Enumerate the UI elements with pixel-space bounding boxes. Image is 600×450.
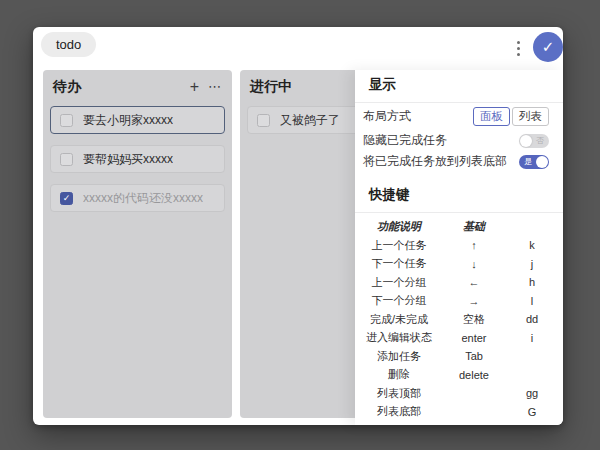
shortcut-row: 进入编辑状态 enter i bbox=[357, 329, 557, 348]
shortcut-name: 列表顶部 bbox=[357, 386, 441, 401]
toggle-state-label: 是 bbox=[524, 155, 532, 169]
task-card[interactable]: 要帮妈妈买xxxxx bbox=[50, 145, 225, 173]
task-text: 要帮妈妈买xxxxx bbox=[83, 151, 173, 168]
confirm-button[interactable]: ✓ bbox=[533, 32, 563, 62]
shortcut-row: 下一个任务 ↓ j bbox=[357, 255, 557, 274]
shortcut-vim-key: dd bbox=[507, 313, 557, 325]
shortcut-row: 列表顶部 gg bbox=[357, 384, 557, 403]
shortcut-name: 下一个任务 bbox=[357, 256, 441, 271]
task-text: xxxxx的代码还没xxxxx bbox=[83, 190, 203, 207]
add-task-icon[interactable]: + bbox=[190, 80, 199, 94]
shortcut-row: 下一个分组 → l bbox=[357, 292, 557, 311]
shortcut-row: 完成/未完成 空格 dd bbox=[357, 310, 557, 329]
shortcut-basic-key: → bbox=[441, 295, 507, 307]
shortcut-vim-key: j bbox=[507, 258, 557, 270]
shortcut-basic-key: ↑ bbox=[441, 239, 507, 251]
app-title: todo bbox=[41, 32, 96, 57]
shortcut-name: 上一个任务 bbox=[357, 238, 441, 253]
checkbox-unchecked-icon[interactable] bbox=[60, 114, 73, 127]
header-function: 功能说明 bbox=[357, 219, 441, 234]
layout-option-list[interactable]: 列表 bbox=[512, 107, 549, 126]
shortcut-vim-key: h bbox=[507, 276, 557, 288]
toggle-knob bbox=[536, 156, 548, 168]
completed-to-bottom-row: 将已完成任务放到列表底部 是 bbox=[355, 151, 563, 172]
hide-completed-label: 隐藏已完成任务 bbox=[363, 132, 519, 149]
shortcut-vim-key: l bbox=[507, 295, 557, 307]
more-options-icon[interactable]: ⋯ bbox=[208, 80, 222, 94]
settings-panel: 显示 布局方式 面板 列表 隐藏已完成任务 否 将已完成任务放到列表底部 是 快… bbox=[355, 70, 563, 425]
shortcut-vim-key: gg bbox=[507, 387, 557, 399]
display-section-heading: 显示 bbox=[355, 70, 563, 103]
shortcut-name: 列表底部 bbox=[357, 404, 441, 419]
task-card[interactable]: 要去小明家xxxxx bbox=[50, 106, 225, 134]
header-basic: 基础 bbox=[441, 219, 507, 234]
shortcut-basic-key: ← bbox=[441, 276, 507, 288]
shortcut-row: 上一个分组 ← h bbox=[357, 273, 557, 292]
toggle-knob bbox=[520, 135, 532, 147]
shortcut-basic-key: ↓ bbox=[441, 258, 507, 270]
toggle-state-label: 开 bbox=[537, 227, 545, 240]
layout-segmented-control: 面板 列表 bbox=[473, 107, 549, 126]
shortcut-basic-key: 空格 bbox=[441, 312, 507, 327]
toggle-knob bbox=[520, 228, 531, 239]
layout-mode-label: 布局方式 bbox=[363, 108, 473, 125]
checkbox-checked-icon[interactable]: ✓ bbox=[60, 192, 73, 205]
shortcut-name: 上一个分组 bbox=[357, 275, 441, 290]
column-title: 待办 bbox=[53, 78, 190, 96]
shortcut-row: 上一个任务 ↑ k bbox=[357, 236, 557, 255]
shortcut-vim-key: k bbox=[507, 239, 557, 251]
shortcut-name: 进入编辑状态 bbox=[357, 330, 441, 345]
layout-option-board[interactable]: 面板 bbox=[473, 107, 510, 126]
app-window: todo ✓ 待办 + ⋯ 要去小明家xxxxx 要帮妈妈买xxxxx bbox=[33, 27, 563, 425]
shortcut-name: 添加任务 bbox=[357, 349, 441, 364]
completed-to-bottom-label: 将已完成任务放到列表底部 bbox=[363, 153, 519, 170]
layout-mode-row: 布局方式 面板 列表 bbox=[355, 103, 563, 130]
column-todo: 待办 + ⋯ 要去小明家xxxxx 要帮妈妈买xxxxx ✓ xxxxx的代码还… bbox=[43, 70, 232, 418]
completed-to-bottom-toggle[interactable]: 是 bbox=[519, 155, 549, 169]
checkmark-icon: ✓ bbox=[542, 38, 555, 56]
task-text: 要去小明家xxxxx bbox=[83, 112, 173, 129]
shortcut-name: 删除 bbox=[357, 367, 441, 382]
shortcut-basic-key: enter bbox=[441, 332, 507, 344]
shortcuts-table-header: 功能说明 基础 开 bbox=[357, 218, 557, 237]
task-text: 又被鸽子了 bbox=[280, 112, 340, 129]
shortcut-row: 列表底部 G bbox=[357, 403, 557, 422]
hide-completed-toggle[interactable]: 否 bbox=[519, 134, 549, 148]
shortcut-basic-key: delete bbox=[441, 369, 507, 381]
shortcut-vim-key: i bbox=[507, 332, 557, 344]
column-header: 待办 + ⋯ bbox=[50, 76, 225, 106]
checkbox-unchecked-icon[interactable] bbox=[257, 114, 270, 127]
shortcut-name: 下一个分组 bbox=[357, 293, 441, 308]
shortcuts-table: 功能说明 基础 开 上一个任务 ↑ k 下一个任务 ↓ j bbox=[355, 213, 563, 426]
hide-completed-row: 隐藏已完成任务 否 bbox=[355, 130, 563, 151]
shortcut-row: 添加任务 Tab bbox=[357, 347, 557, 366]
kebab-menu-icon[interactable] bbox=[513, 38, 523, 58]
task-card[interactable]: ✓ xxxxx的代码还没xxxxx bbox=[50, 184, 225, 212]
shortcuts-section-heading: 快捷键 bbox=[355, 173, 563, 213]
checkbox-unchecked-icon[interactable] bbox=[60, 153, 73, 166]
toggle-state-label: 否 bbox=[536, 134, 544, 148]
shortcut-vim-key: G bbox=[507, 406, 557, 418]
shortcut-basic-key: Tab bbox=[441, 350, 507, 362]
titlebar: todo ✓ bbox=[33, 27, 563, 70]
shortcut-row: 删除 delete bbox=[357, 366, 557, 385]
shortcut-name: 完成/未完成 bbox=[357, 312, 441, 327]
